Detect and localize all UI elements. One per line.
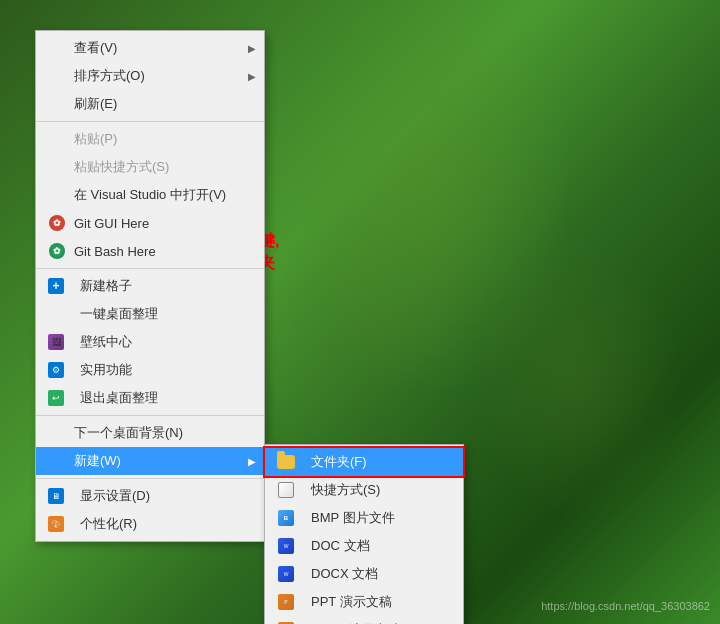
menu-item-open-vs[interactable]: 在 Visual Studio 中打开(V) — [36, 181, 264, 209]
separator-1 — [36, 121, 264, 122]
submenu-item-bmp[interactable]: B BMP 图片文件 — [265, 504, 463, 532]
paste-icon — [48, 130, 66, 148]
context-menu: 查看(V) ▶ 排序方式(O) ▶ 刷新(E) 粘贴(P) 粘贴快捷方式(S) … — [35, 30, 265, 542]
menu-item-one-click[interactable]: 一键桌面整理 — [36, 300, 264, 328]
separator-2 — [36, 268, 264, 269]
git-gui-icon: ✿ — [48, 214, 66, 232]
menu-item-paste-shortcut[interactable]: 粘贴快捷方式(S) — [36, 153, 264, 181]
palette-icon: 🎨 — [48, 516, 64, 532]
arrow-icon: ▶ — [248, 43, 256, 54]
menu-item-sort[interactable]: 排序方式(O) ▶ — [36, 62, 264, 90]
menu-item-next-bg[interactable]: 下一个桌面背景(N) — [36, 419, 264, 447]
next-bg-icon — [48, 424, 66, 442]
submenu-item-docx[interactable]: W DOCX 文档 — [265, 560, 463, 588]
menu-item-exit-desktop[interactable]: ↩ 退出桌面整理 — [36, 384, 264, 412]
watermark: https://blog.csdn.net/qq_36303862 — [541, 600, 710, 612]
wallpaper-icon: 🖼 — [48, 334, 64, 350]
grid-icon — [48, 306, 64, 322]
refresh-icon — [48, 95, 66, 113]
submenu-item-ppt[interactable]: P PPT 演示文稿 — [265, 588, 463, 616]
paste-shortcut-icon — [48, 158, 66, 176]
submenu-item-shortcut[interactable]: 快捷方式(S) — [265, 476, 463, 504]
submenu-item-pptx[interactable]: P PPTX 演示文稿 — [265, 616, 463, 624]
submenu-item-folder[interactable]: 文件夹(F) — [265, 448, 463, 476]
sort-icon — [48, 67, 66, 85]
menu-item-display[interactable]: 🖥 显示设置(D) — [36, 482, 264, 510]
menu-item-paste[interactable]: 粘贴(P) — [36, 125, 264, 153]
menu-item-refresh[interactable]: 刷新(E) — [36, 90, 264, 118]
submenu-item-doc[interactable]: W DOC 文档 — [265, 532, 463, 560]
doc-icon: W — [277, 537, 295, 555]
menu-item-tools[interactable]: ⚙ 实用功能 — [36, 356, 264, 384]
menu-item-git-bash[interactable]: ✿ Git Bash Here — [36, 237, 264, 265]
monitor-icon: 🖥 — [48, 488, 64, 504]
plus-icon: + — [48, 278, 64, 294]
menu-item-wallpaper[interactable]: 🖼 壁纸中心 — [36, 328, 264, 356]
ppt-icon: P — [277, 593, 295, 611]
separator-4 — [36, 478, 264, 479]
arrow-icon: ▶ — [248, 71, 256, 82]
git-bash-icon: ✿ — [48, 242, 66, 260]
shortcut-icon — [277, 481, 295, 499]
tools-icon: ⚙ — [48, 362, 64, 378]
submenu: 文件夹(F) 快捷方式(S) B BMP 图片文件 — [264, 444, 464, 624]
bmp-icon: B — [277, 509, 295, 527]
exit-icon: ↩ — [48, 390, 64, 406]
menu-item-git-gui[interactable]: ✿ Git GUI Here — [36, 209, 264, 237]
docx-icon: W — [277, 565, 295, 583]
separator-3 — [36, 415, 264, 416]
new-icon — [48, 452, 66, 470]
menu-item-personalize[interactable]: 🎨 个性化(R) — [36, 510, 264, 538]
submenu-arrow-icon: ▶ — [248, 456, 256, 467]
menu-item-new-widget[interactable]: + 新建格子 — [36, 272, 264, 300]
desktop-background: 在桌面右键, 新建文件夹 查看(V) ▶ 排序方式(O) ▶ 刷新(E) 粘贴(… — [0, 0, 720, 624]
vs-icon — [48, 186, 66, 204]
folder-icon — [277, 453, 295, 471]
menu-item-new[interactable]: 新建(W) ▶ 文件夹(F) — [36, 447, 264, 475]
view-icon — [48, 39, 66, 57]
menu-item-view[interactable]: 查看(V) ▶ — [36, 34, 264, 62]
